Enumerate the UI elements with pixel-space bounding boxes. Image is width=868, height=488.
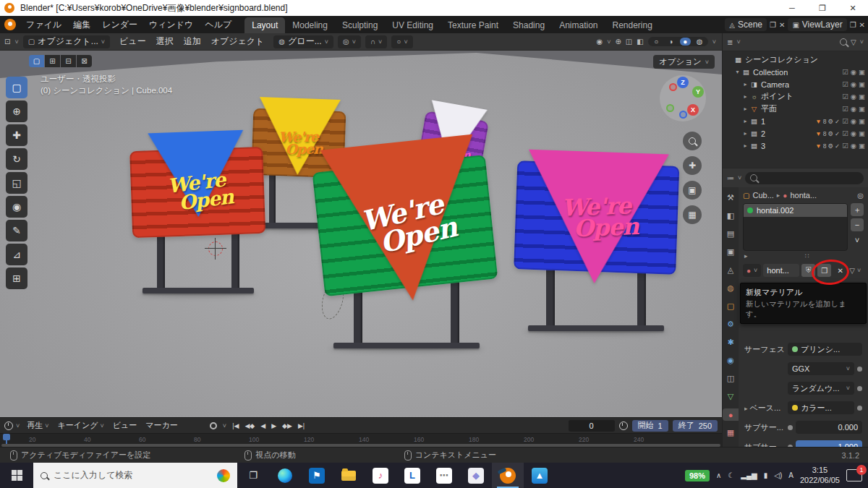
- slot-expand-icon[interactable]: ▸: [744, 252, 748, 260]
- outliner-disable-render-toggle[interactable]: ▣: [859, 117, 865, 125]
- axis-neg-x-handle[interactable]: [669, 83, 677, 91]
- select-mode-0[interactable]: ▢: [29, 55, 44, 67]
- slot-specials-menu[interactable]: ˅: [851, 234, 864, 247]
- unlink-material-button[interactable]: ✕: [833, 264, 847, 277]
- decorator-dot[interactable]: [857, 406, 862, 411]
- options-dropdown[interactable]: オプション˅: [653, 55, 715, 69]
- overlays-toggle-icon[interactable]: ◫: [626, 38, 632, 46]
- outliner-hide-viewport-toggle[interactable]: ◉: [851, 142, 856, 150]
- blender-menu-icon[interactable]: [4, 19, 16, 30]
- tab-world[interactable]: ◍: [723, 282, 739, 294]
- shading-mode-0[interactable]: ○: [651, 38, 662, 46]
- axis-z-handle[interactable]: Z: [677, 77, 689, 88]
- shading-mode-2[interactable]: ●: [680, 38, 691, 46]
- select-mode-3[interactable]: ⊠: [77, 55, 92, 67]
- maximize-button[interactable]: ❐: [807, 0, 838, 16]
- current-frame-field[interactable]: 0: [569, 420, 615, 432]
- viewer-app-icon[interactable]: ◆: [460, 463, 492, 488]
- tab-view-layer[interactable]: ▣: [723, 246, 739, 258]
- disclosure-icon[interactable]: ▸: [741, 142, 749, 149]
- taskbar-search-input[interactable]: ここに入力して検索: [33, 463, 237, 488]
- outliner-row-Camera[interactable]: ▸◨Camera☑◉▣: [723, 78, 868, 90]
- subsurface-method-dropdown[interactable]: ランダムウ...˅: [788, 382, 854, 395]
- header-menu-追加[interactable]: 追加: [179, 34, 206, 49]
- frame-start-field[interactable]: 開始1: [632, 420, 668, 432]
- timeline-menu-マーカー[interactable]: マーカー: [141, 420, 182, 431]
- outliner-disable-render-toggle[interactable]: ▣: [859, 129, 865, 137]
- tab-output[interactable]: ▤: [723, 228, 739, 240]
- shading-mode-3[interactable]: ◍: [694, 38, 705, 46]
- tool-add-cube[interactable]: ⊞: [6, 267, 27, 289]
- viewlayer-selector[interactable]: ▣ ViewLayer: [788, 18, 846, 31]
- tab-texture[interactable]: ▦: [723, 427, 739, 439]
- outliner-row-Collection[interactable]: ▾▤Collection☑◉▣: [723, 66, 868, 78]
- music-icon[interactable]: ♪: [365, 463, 396, 488]
- play-reverse-button[interactable]: ◀: [260, 422, 265, 429]
- battery-widget[interactable]: 98%: [685, 470, 710, 481]
- line-app-icon[interactable]: L: [396, 463, 428, 488]
- material-slot-list[interactable]: hontai.002: [743, 203, 848, 251]
- tool-scale[interactable]: ◱: [6, 172, 27, 194]
- tool-annotate[interactable]: ✎: [6, 220, 27, 241]
- properties-editor-icon[interactable]: ≔: [727, 174, 734, 182]
- tab-physics[interactable]: ◉: [723, 354, 739, 367]
- tab-particles[interactable]: ✱: [723, 336, 739, 348]
- auto-keying-button[interactable]: [210, 422, 217, 429]
- signboard-blue[interactable]: We'reOpen: [515, 163, 677, 337]
- outliner-filter-icon[interactable]: ▽: [851, 38, 856, 46]
- network-icon[interactable]: ▂▄▆: [741, 471, 757, 479]
- axis-neg-y-handle[interactable]: [666, 104, 674, 112]
- outliner-hide-viewport-toggle[interactable]: ◉: [851, 68, 856, 76]
- tab-modifiers[interactable]: ⚙: [723, 318, 739, 330]
- material-slot-active[interactable]: hontai.002: [744, 204, 847, 217]
- outliner-row-ポイント[interactable]: ▸☼ポイント☑◉▣: [723, 90, 868, 103]
- volume-icon[interactable]: ◁): [774, 471, 782, 479]
- outliner-hide-viewport-toggle[interactable]: ◉: [851, 105, 856, 113]
- proportional-edit-dropdown[interactable]: ○ ˅: [391, 35, 412, 48]
- outliner-hide-viewport-toggle[interactable]: ◉: [851, 93, 856, 100]
- workspace-tab-texture-paint[interactable]: Texture Paint: [441, 17, 506, 33]
- action-center-icon[interactable]: 1: [846, 469, 862, 481]
- tool-cursor[interactable]: ⊕: [6, 100, 27, 122]
- menu-レンダー[interactable]: レンダー: [96, 17, 143, 33]
- ggx-dropdown[interactable]: GGX˅: [788, 362, 854, 375]
- xray-toggle-icon[interactable]: ◧: [637, 38, 643, 46]
- disclosure-icon[interactable]: ▸: [741, 118, 749, 124]
- header-menu-オブジェクト[interactable]: オブジェクト: [206, 34, 270, 49]
- battery-icon[interactable]: ▮: [764, 471, 768, 479]
- outliner-search-icon[interactable]: [840, 38, 847, 46]
- outliner-checkbox-toggle[interactable]: ☑: [842, 80, 848, 88]
- ortho-toggle-button[interactable]: ▦: [683, 205, 702, 224]
- remove-slot-button[interactable]: −: [851, 218, 864, 231]
- use-preview-range-icon[interactable]: [619, 421, 628, 430]
- menu-編集[interactable]: 編集: [67, 17, 96, 33]
- mode-dropdown[interactable]: ▢ オブジェクト... ˅: [23, 35, 110, 48]
- outliner-row-平面[interactable]: ▸▽平面☑◉▣: [723, 103, 868, 115]
- pin-icon[interactable]: ◎: [857, 192, 864, 200]
- surface-shader-button[interactable]: プリンシ...: [788, 343, 862, 356]
- disclosure-icon[interactable]: ▸: [741, 93, 749, 100]
- tab-material[interactable]: ●: [723, 408, 739, 421]
- outliner-hide-viewport-toggle[interactable]: ◉: [851, 117, 856, 125]
- start-button[interactable]: [0, 463, 33, 488]
- header-menu-選択[interactable]: 選択: [151, 34, 179, 49]
- material-name-field[interactable]: hont...: [763, 264, 799, 277]
- outliner-row-3[interactable]: ▸▤3▼8⚙✓☑◉▣: [723, 140, 868, 152]
- outliner-checkbox-toggle[interactable]: ☑: [842, 105, 848, 113]
- decorator-dot[interactable]: [788, 425, 793, 430]
- store-icon[interactable]: ⚑: [301, 463, 333, 488]
- outliner-disable-render-toggle[interactable]: ▣: [859, 142, 865, 150]
- timeline-menu-ビュー[interactable]: ビュー: [109, 420, 142, 431]
- outliner-disable-render-toggle[interactable]: ▣: [859, 80, 865, 88]
- editor-type-icon[interactable]: ⊡: [4, 38, 10, 46]
- edge-icon[interactable]: [269, 463, 301, 488]
- workspace-tab-sculpting[interactable]: Sculpting: [335, 17, 385, 33]
- new-material-button[interactable]: ❐: [817, 264, 831, 277]
- decorator-dot[interactable]: [857, 386, 862, 391]
- workspace-tab-uv-editing[interactable]: UV Editing: [385, 17, 441, 33]
- zoom-button[interactable]: [683, 132, 702, 150]
- outliner-checkbox-toggle[interactable]: ☑: [842, 142, 848, 150]
- pan-button[interactable]: ✚: [683, 156, 702, 175]
- pivot-dropdown[interactable]: ◎ ˅: [338, 35, 361, 48]
- resize-grip-icon[interactable]: ∷: [805, 252, 809, 260]
